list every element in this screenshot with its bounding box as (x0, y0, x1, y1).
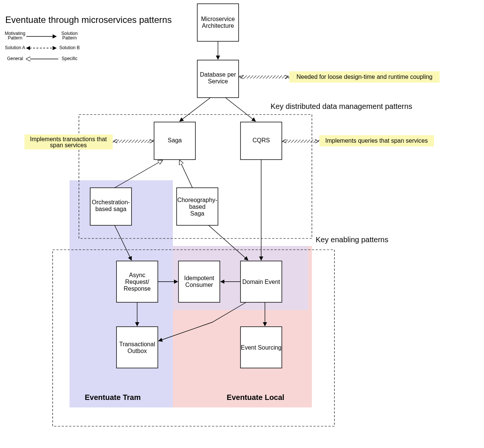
node-dbper: Database per Service (197, 60, 239, 98)
legend: MotivatingPattern SolutionPattern Soluti… (5, 31, 80, 61)
node-orch-saga: Orchestration- based saga (90, 188, 132, 225)
node-event-sourcing: Event Sourcing (240, 327, 282, 368)
note-saga: Implements transactions that span servic… (24, 134, 113, 149)
node-idempotent: Idempotent Consumer (178, 261, 220, 302)
svg-text:Saga: Saga (168, 137, 182, 143)
diagram-canvas: Eventuate through microservices patterns… (0, 0, 484, 448)
section-title-ddm: Key distributed data management patterns (271, 102, 412, 110)
label-eventuate-tram: Eventuate Tram (85, 393, 141, 401)
svg-text:Microservice: Microservice (201, 16, 235, 22)
svg-text:Needed for loose design-time a: Needed for loose design-time and runtime… (296, 74, 433, 80)
edge-dbper-saga (180, 98, 210, 121)
legend-solutionB: Solution B (59, 45, 80, 50)
svg-text:Implements transactions that: Implements transactions that (30, 136, 107, 142)
section-title-enabling: Key enabling patterns (316, 235, 388, 244)
node-async-rr: Async Request/ Response (116, 261, 158, 302)
svg-text:based saga: based saga (95, 206, 127, 212)
node-chore-saga: Choreography- based Saga (177, 188, 218, 225)
svg-text:Response: Response (124, 285, 151, 292)
svg-text:CQRS: CQRS (253, 137, 270, 143)
node-tx-outbox: Transactional Outbox (116, 327, 158, 368)
svg-text:span services: span services (50, 142, 87, 148)
node-domain-event: Domain Event (240, 261, 282, 302)
svg-text:Saga: Saga (190, 210, 204, 217)
legend-specific: Specific (62, 56, 77, 61)
svg-text:Service: Service (208, 78, 228, 84)
label-eventuate-local: Eventuate Local (227, 393, 284, 401)
legend-solutionA: Solution A (5, 45, 25, 50)
svg-text:Event Sourcing: Event Sourcing (241, 344, 282, 351)
svg-text:Domain Event: Domain Event (242, 279, 280, 285)
svg-text:Consumer: Consumer (185, 282, 213, 288)
note-loose-coupling: Needed for loose design-time and runtime… (289, 71, 440, 83)
svg-text:Architecture: Architecture (202, 23, 234, 29)
legend-general: General (7, 56, 23, 61)
legend-solution: SolutionPattern (61, 31, 77, 41)
diagram-title: Eventuate through microservices patterns (5, 15, 172, 25)
node-cqrs: CQRS (240, 122, 282, 160)
svg-text:Database per: Database per (200, 71, 236, 78)
svg-text:Choreography-: Choreography- (177, 197, 218, 203)
node-microservice: Microservice Architecture (197, 4, 239, 41)
svg-text:Orchestration-: Orchestration- (92, 199, 130, 205)
node-saga: Saga (154, 122, 195, 160)
note-cqrs: Implements queries that span services (319, 135, 434, 146)
edge-chore-saga-gen (180, 160, 192, 188)
svg-text:Idempotent: Idempotent (184, 275, 215, 281)
svg-text:Implements queries that span s: Implements queries that span services (325, 137, 428, 144)
svg-text:Outbox: Outbox (127, 348, 147, 354)
svg-text:Request/: Request/ (125, 279, 150, 285)
legend-motivating: MotivatingPattern (5, 31, 26, 41)
svg-text:Async: Async (129, 272, 145, 278)
svg-text:based: based (189, 204, 206, 210)
svg-text:Transactional: Transactional (119, 341, 155, 347)
edge-dbper-cqrs (225, 98, 256, 121)
